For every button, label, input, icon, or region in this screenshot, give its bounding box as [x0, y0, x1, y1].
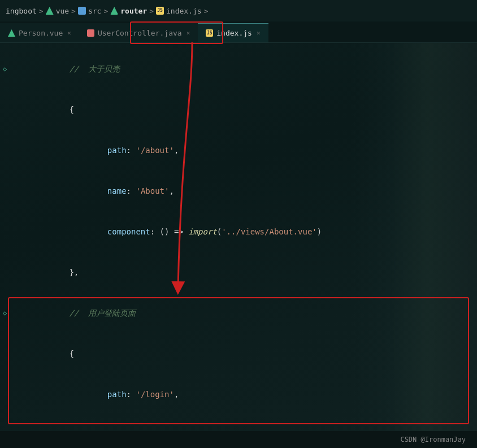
breadcrumb-indexjs: JS index.js [156, 7, 202, 15]
line-content-4: name: 'About', [31, 171, 477, 211]
breadcrumb-vue-label: vue [56, 7, 69, 15]
tab-indexjs[interactable]: JS index.js × [198, 23, 268, 42]
breadcrumb-sep-3: > [103, 7, 108, 15]
breadcrumb-src-label: src [88, 7, 101, 15]
code-line-3: path: '/about', [0, 130, 477, 171]
tab-usercontroller-label: UserController.java [98, 29, 182, 37]
brace-open-2: { [69, 349, 73, 358]
breadcrumb-sep-2: > [71, 7, 76, 15]
comment-1: // 大于贝壳 [69, 64, 120, 73]
js-file-icon: JS [156, 7, 164, 15]
breadcrumb-vue: vue [46, 7, 69, 15]
breadcrumb-sep-1: > [39, 7, 44, 15]
tab-indexjs-label: index.js [216, 29, 252, 37]
brace-open-1: { [69, 105, 73, 114]
tab-indexjs-close[interactable]: × [257, 29, 261, 37]
breadcrumb-ingboot: ingboot [6, 7, 37, 15]
line-content-9: path: '/login', [31, 374, 477, 415]
line-content-1: // 大于贝壳 [31, 49, 477, 89]
line-content-8: { [31, 333, 477, 374]
breadcrumb-ingboot-label: ingboot [6, 7, 37, 15]
line-content-5: component: () => import('../views/About.… [31, 211, 477, 252]
js-tab-icon: JS [206, 29, 213, 37]
code-line-7: ◇ // 用户登陆页面 [0, 293, 477, 333]
breadcrumb-router-label: router [120, 7, 147, 15]
line-content-10: name: 'Login', [31, 415, 477, 431]
code-line-6: }, [0, 252, 477, 293]
tab-person-label: Person.vue [19, 29, 63, 37]
breadcrumb-sep-5: > [204, 7, 209, 15]
src-folder-icon [78, 7, 86, 15]
comment-2: // 用户登陆页面 [69, 308, 136, 317]
tab-bar: Person.vue × UserController.java × JS in… [0, 21, 477, 43]
code-line-8: { [0, 333, 477, 374]
line-content-7: // 用户登陆页面 [31, 293, 477, 333]
breadcrumb: ingboot > vue > src > router > JS index.… [0, 0, 477, 21]
breadcrumb-indexjs-label: index.js [166, 7, 202, 15]
code-line-5: component: () => import('../views/About.… [0, 211, 477, 252]
code-line-10: name: 'Login', [0, 415, 477, 431]
breadcrumb-src: src [78, 7, 101, 15]
code-line-9: path: '/login', [0, 374, 477, 415]
status-bar: CSDN @IronmanJay [0, 431, 477, 448]
code-content: ◇ // 大于贝壳 { path: '/about', [0, 49, 477, 431]
tab-person-vue[interactable]: Person.vue × [0, 23, 79, 42]
java-tab-icon [87, 29, 94, 37]
breadcrumb-router: router [110, 7, 147, 15]
code-line-4: name: 'About', [0, 171, 477, 211]
watermark-text: CSDN @IronmanJay [400, 436, 466, 443]
code-line-1: ◇ // 大于贝壳 [0, 49, 477, 89]
tab-person-close[interactable]: × [67, 29, 71, 37]
line-content-6: }, [31, 252, 477, 293]
code-area: ◇ // 大于贝壳 { path: '/about', [0, 43, 477, 431]
gutter-arrow-7: ◇ [3, 309, 7, 317]
code-line-2: { [0, 89, 477, 130]
vue-tab-icon [8, 29, 15, 37]
line-content-3: path: '/about', [31, 130, 477, 171]
tab-usercontroller-close[interactable]: × [187, 29, 190, 37]
line-content-2: { [31, 89, 477, 130]
breadcrumb-sep-4: > [149, 7, 154, 15]
tab-usercontroller[interactable]: UserController.java × [79, 23, 198, 42]
gutter-arrow-1: ◇ [3, 65, 7, 73]
vue-folder-icon [46, 7, 54, 15]
router-folder-icon [110, 7, 118, 15]
